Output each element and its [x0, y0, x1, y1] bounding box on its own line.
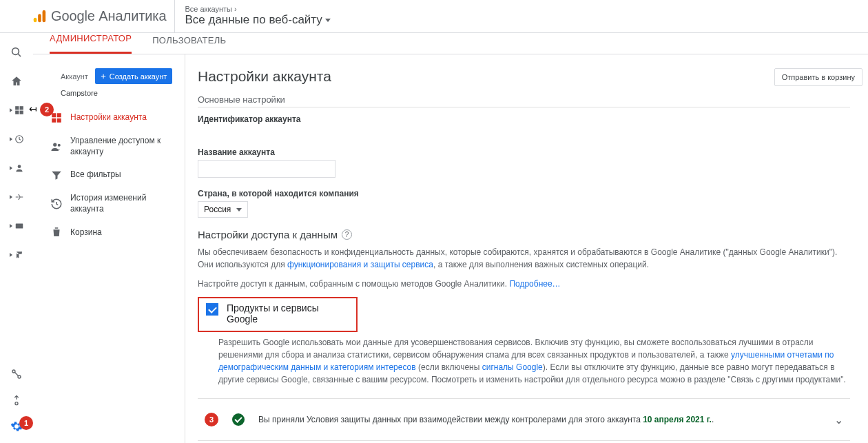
people-icon — [50, 140, 63, 154]
svg-rect-7 — [15, 111, 19, 114]
home-icon[interactable] — [8, 74, 25, 88]
history-icon — [50, 197, 63, 211]
svg-rect-2 — [43, 10, 46, 21]
brand-text: Google Аналитика — [51, 8, 166, 24]
tab-user[interactable]: ПОЛЬЗОВАТЕЛЬ — [152, 35, 226, 54]
help-icon[interactable]: ? — [342, 229, 352, 240]
svg-rect-0 — [34, 17, 37, 21]
brand[interactable]: Google Аналитика — [6, 0, 175, 32]
move-to-trash-button[interactable]: Отправить в корзину — [774, 68, 862, 86]
svg-rect-18 — [57, 119, 61, 123]
link-service-protection[interactable]: функционирования и защиты сервиса — [287, 260, 433, 269]
nav-text: История изменений аккаунта — [70, 193, 175, 214]
account-id-value — [198, 127, 850, 136]
svg-point-20 — [58, 143, 61, 146]
check-circle-icon — [232, 413, 245, 426]
nav-text: Корзина — [70, 227, 175, 238]
svg-rect-5 — [15, 106, 19, 110]
customization-icon[interactable] — [8, 103, 25, 117]
svg-rect-1 — [38, 14, 41, 22]
plus-icon: + — [101, 71, 106, 81]
create-account-button[interactable]: +Создать аккаунт — [95, 68, 172, 84]
chevron-down-icon — [236, 208, 242, 212]
realtime-icon[interactable] — [8, 132, 25, 146]
nav-account-settings[interactable]: Настройки аккаунта — [40, 105, 180, 130]
caret-icon — [10, 253, 12, 257]
search-icon[interactable] — [8, 45, 25, 59]
nav-text: Настройки аккаунта — [70, 112, 175, 123]
badge-2: 2 — [40, 103, 54, 116]
analytics-logo-icon — [32, 9, 47, 24]
svg-point-10 — [17, 165, 21, 168]
terms-accepted-row[interactable]: 3 Вы приняли Условия защиты данных при в… — [198, 398, 850, 441]
admin-icon[interactable]: 1 — [8, 420, 25, 433]
link-google-signals[interactable]: сигналы Google — [482, 362, 543, 372]
account-sidebar: Аккаунт +Создать аккаунт Campstore ↤ 2 Н… — [33, 54, 185, 443]
svg-line-4 — [18, 54, 21, 56]
trash-icon — [50, 225, 63, 239]
caret-icon — [10, 108, 12, 112]
behavior-icon[interactable] — [8, 219, 25, 233]
nav-all-filters[interactable]: Все фильтры — [40, 163, 180, 187]
back-icon[interactable]: ↤ — [27, 103, 39, 115]
nav-access-management[interactable]: Управление доступом к аккаунту — [40, 130, 180, 163]
account-name-label: Название аккаунта — [198, 147, 850, 157]
section-data-access: Настройки доступа к данным — [198, 229, 338, 240]
highlight-box: Продукты и сервисы Google — [198, 297, 358, 332]
caret-icon — [10, 137, 12, 141]
nav-text: Все фильтры — [70, 169, 175, 181]
svg-rect-17 — [52, 119, 56, 123]
checkbox-google-products[interactable] — [206, 303, 218, 316]
left-rail: 1 — [0, 33, 33, 443]
account-selector[interactable]: Все аккаунты › Все данные по веб-сайту — [175, 6, 340, 27]
country-select[interactable]: Россия — [198, 201, 248, 218]
svg-rect-8 — [19, 111, 23, 114]
discover-icon[interactable] — [8, 393, 25, 407]
checkbox-title: Продукты и сервисы Google — [227, 302, 349, 324]
svg-rect-6 — [19, 106, 23, 110]
link-learn-more[interactable]: Подробнее… — [509, 279, 560, 289]
data-access-configure: Настройте доступ к данным, собранным с п… — [198, 278, 850, 290]
settings-panel: Отправить в корзину Настройки аккаунта О… — [185, 54, 868, 443]
nav-trash[interactable]: Корзина — [40, 220, 180, 245]
account-id-label: Идентификатор аккаунта — [198, 114, 850, 124]
terms-text: Вы приняли Условия защиты данных при вза… — [258, 415, 714, 424]
checkbox-description: Разрешить Google использовать мои данные… — [218, 336, 850, 386]
audience-icon[interactable] — [8, 161, 25, 175]
section-basic: Основные настройки — [198, 94, 850, 107]
nav-text: Управление доступом к аккаунту — [70, 136, 175, 157]
chevron-down-icon — [325, 19, 331, 22]
svg-point-19 — [53, 143, 56, 146]
account-label: Аккаунт — [61, 72, 88, 81]
svg-point-14 — [15, 402, 18, 405]
data-access-intro: Мы обеспечиваем безопасность и конфиденц… — [198, 246, 850, 271]
chevron-down-icon[interactable]: ⌄ — [834, 413, 843, 426]
tab-bar: АДМИНИСТРАТОР ПОЛЬЗОВАТЕЛЬ — [33, 33, 868, 54]
svg-rect-15 — [52, 113, 56, 117]
svg-rect-16 — [57, 113, 61, 117]
attribution-icon[interactable] — [8, 367, 25, 381]
header: Google Аналитика Все аккаунты › Все данн… — [0, 0, 868, 33]
svg-point-3 — [12, 48, 19, 55]
acquisition-icon[interactable] — [8, 190, 25, 204]
svg-rect-11 — [15, 224, 23, 229]
caret-icon — [10, 195, 12, 199]
account-name-input[interactable] — [198, 160, 335, 178]
badge-3: 3 — [205, 413, 218, 426]
account-name[interactable]: Campstore — [61, 89, 180, 97]
nav-change-history[interactable]: История изменений аккаунта — [40, 187, 180, 220]
country-label: Страна, в которой находится компания — [198, 189, 850, 198]
account-path: Все аккаунты › — [185, 6, 330, 13]
page-title: Настройки аккаунта — [198, 68, 850, 85]
view-name: Все данные по веб-сайту — [185, 13, 322, 26]
badge-1: 1 — [19, 416, 33, 430]
filter-icon — [50, 168, 63, 182]
caret-icon — [10, 166, 12, 170]
caret-icon — [10, 224, 12, 228]
tab-admin[interactable]: АДМИНИСТРАТОР — [50, 33, 132, 54]
conversions-icon[interactable] — [8, 248, 25, 262]
